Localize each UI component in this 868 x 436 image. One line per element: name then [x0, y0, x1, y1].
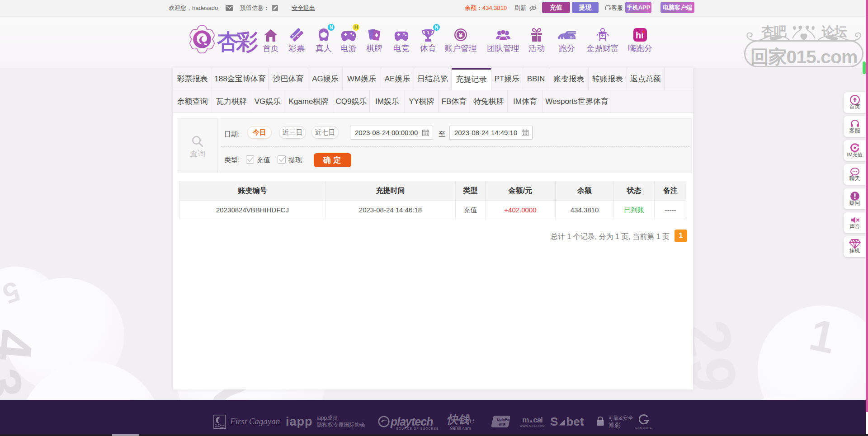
- svg-text:银联: 银联: [498, 422, 506, 427]
- svg-text:UpInPay: UpInPay: [497, 417, 510, 422]
